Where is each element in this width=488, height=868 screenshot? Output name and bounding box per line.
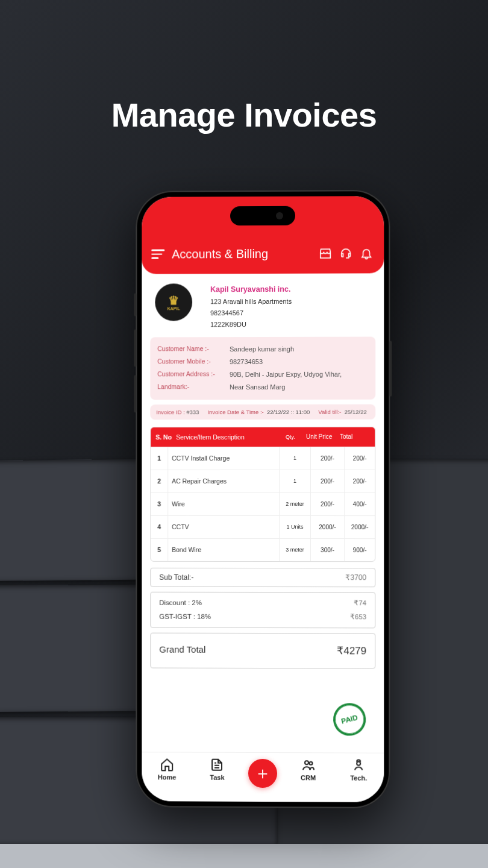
company-mobile: 982344567 (210, 307, 292, 319)
customer-box: Customer Name :- Sandeep kumar singh Cus… (150, 337, 375, 400)
invoice-id: #333 (186, 409, 199, 415)
landmark-label: Landmark:- (157, 381, 230, 394)
table-header: S. No Service/Item Description Qty. Unit… (151, 427, 375, 447)
tech-icon (351, 758, 366, 773)
invoice-content: ♛ KAPIL Kapil Suryavanshi inc. 123 Arava… (142, 273, 384, 668)
home-icon (160, 757, 174, 772)
bottom-nav: Home Task ＋ CRM Tech. (142, 752, 384, 802)
company-name: Kapil Suryavanshi inc. (210, 283, 292, 297)
customer-address-label: Customer Address :- (157, 368, 230, 381)
customer-name: Sandeep kumar singh (230, 343, 368, 356)
svg-point-0 (305, 761, 308, 764)
dynamic-island (230, 206, 295, 225)
add-button[interactable]: ＋ (248, 759, 277, 788)
promo-heading: Manage Invoices (0, 95, 488, 134)
nav-task[interactable]: Task (198, 758, 237, 781)
table-row: 5Bond Wire3 meter300/-900/- (151, 538, 375, 561)
subtotal-value: ₹3700 (345, 573, 366, 582)
paid-stamp: PAID (330, 699, 369, 739)
table-row: 2AC Repair Charges1200/-200/- (151, 470, 375, 492)
table-row: 3Wire2 meter200/-400/- (151, 492, 375, 515)
subtotal-box: Sub Total:- ₹3700 (150, 568, 375, 587)
company-info: Kapil Suryavanshi inc. 123 Aravali hills… (210, 283, 292, 330)
gst-value: ₹653 (350, 610, 366, 624)
page-title: Accounts & Billing (172, 247, 311, 261)
bell-icon[interactable] (360, 247, 373, 260)
nav-crm[interactable]: CRM (289, 758, 328, 781)
invoice-meta: Invoice ID : #333 Invoice Date & Time :-… (150, 404, 375, 420)
plus-icon: ＋ (254, 762, 271, 785)
gst-label: GST-IGST : 18% (159, 610, 211, 624)
crm-icon (301, 758, 316, 772)
customer-mobile-label: Customer Mobile :- (157, 356, 230, 368)
grand-total-label: Grand Total (159, 644, 205, 657)
company-logo: ♛ KAPIL (155, 283, 192, 321)
grand-total-box: Grand Total ₹4279 (150, 633, 375, 669)
phone-screen: Accounts & Billing ♛ KAPIL Kapil Suryava… (142, 196, 384, 802)
valid-till: 25/12/22 (345, 409, 367, 415)
company-code: 1222K89DU (210, 318, 292, 330)
task-icon (210, 758, 224, 772)
svg-point-1 (309, 762, 312, 765)
customer-address: 90B, Delhi - Jaipur Expy, Udyog Vihar, (230, 368, 368, 381)
subtotal-label: Sub Total:- (159, 573, 193, 582)
svg-point-2 (357, 762, 360, 766)
discount-value: ₹74 (354, 596, 366, 610)
invoice-date: 22/12/22 :: 11:00 (267, 409, 310, 415)
customer-name-label: Customer Name :- (157, 343, 230, 356)
landmark: Near Sansad Marg (230, 381, 368, 394)
company-address: 123 Aravali hills Apartments (210, 296, 292, 307)
discount-gst-box: Discount : 2% ₹74 GST-IGST : 18% ₹653 (150, 592, 375, 629)
store-icon[interactable] (319, 247, 332, 260)
grand-total-value: ₹4279 (337, 644, 366, 657)
customer-mobile: 982734653 (230, 356, 368, 368)
support-icon[interactable] (339, 247, 352, 260)
nav-tech[interactable]: Tech. (339, 758, 378, 781)
phone-frame: Accounts & Billing ♛ KAPIL Kapil Suryava… (136, 190, 390, 808)
discount-label: Discount : 2% (159, 596, 202, 610)
table-row: 4CCTV1 Units2000/-2000/- (151, 515, 375, 538)
menu-icon[interactable] (151, 250, 164, 259)
invoice-table: S. No Service/Item Description Qty. Unit… (150, 427, 375, 562)
table-row: 1CCTV Install Charge1200/-200/- (151, 447, 375, 470)
nav-home[interactable]: Home (148, 757, 186, 781)
